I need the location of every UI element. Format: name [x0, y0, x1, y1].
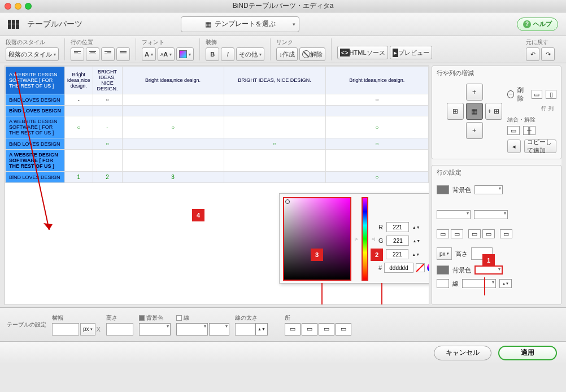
row-header[interactable]: BiND LOVES DESIGN	[6, 94, 65, 106]
pos-opt-button[interactable]: ▭	[302, 323, 317, 336]
table-cell[interactable]: 1	[65, 172, 93, 183]
choose-template-button[interactable]: ▦ テンプレートを選ぶ ▾	[181, 16, 299, 32]
table-cell[interactable]: ○	[325, 116, 428, 138]
delete-row-button[interactable]: ▭	[532, 90, 542, 99]
header-cell[interactable]: Bright ideas,nice design.	[65, 67, 93, 94]
table-cell[interactable]	[122, 94, 224, 106]
font-size-button[interactable]: AA	[158, 47, 175, 61]
table-cell[interactable]: ○	[93, 138, 122, 150]
b-input[interactable]	[386, 249, 408, 259]
border-picker-button[interactable]	[462, 279, 496, 288]
bold-button[interactable]: B	[206, 47, 219, 61]
add-col-left-button[interactable]: ⊞	[447, 103, 464, 120]
table-width-input[interactable]	[52, 323, 79, 336]
html-source-button[interactable]: <>HTMLソース	[337, 46, 388, 59]
border-none-button[interactable]: ▭	[500, 229, 512, 238]
stepper-icon[interactable]: ▲▼	[499, 279, 512, 288]
table-cell[interactable]: 2	[93, 172, 122, 183]
width-unit-select[interactable]: px▾	[80, 323, 95, 336]
g-input[interactable]	[386, 236, 409, 246]
table-cell[interactable]: ○	[325, 172, 428, 183]
table-cell[interactable]	[122, 138, 224, 150]
apply-button[interactable]: 適用	[498, 346, 557, 360]
row-header[interactable]: A WEBSITE DESIGN SOFTWARE [ FOR THE REST…	[6, 150, 65, 172]
copy-add-left-button[interactable]: ◂	[507, 140, 521, 153]
border-bottom-button[interactable]: ▭	[482, 229, 495, 238]
header-cell[interactable]: BRIGHT IDEAS, NICE DESIGN.	[93, 67, 122, 94]
border-top-button[interactable]: ▭	[468, 229, 481, 238]
row-header[interactable]: BiND LOVES DESIGN	[6, 138, 65, 150]
color-wheel-icon[interactable]	[427, 263, 429, 272]
table-border-color-button[interactable]	[176, 323, 208, 336]
border-outer-button[interactable]: ▭	[451, 229, 463, 238]
hue-slider[interactable]	[362, 197, 368, 281]
stepper-icon[interactable]: ▲▼	[255, 323, 268, 336]
table-cell[interactable]	[325, 106, 428, 116]
align-justify-button[interactable]	[116, 47, 130, 61]
minimize-icon[interactable]	[15, 3, 21, 10]
height-unit-select[interactable]: px▾	[437, 247, 452, 260]
font-family-button[interactable]: A	[142, 47, 156, 61]
table-cell[interactable]: -	[93, 116, 122, 138]
table-cell[interactable]	[65, 138, 93, 150]
stepper-icon[interactable]: ▲▼	[412, 225, 420, 229]
table-cell[interactable]	[325, 150, 428, 172]
hex-input[interactable]	[384, 263, 413, 273]
help-button[interactable]: ? ヘルプ	[517, 18, 558, 31]
table-cell[interactable]	[224, 106, 325, 116]
row-header[interactable]: BiND LOVES DESIGN	[6, 106, 65, 116]
header-cell[interactable]: Bright ideas,nice design.	[325, 67, 428, 94]
align-right-button[interactable]	[101, 47, 115, 61]
cancel-button[interactable]: キャンセル	[434, 346, 491, 360]
bgcolor2-picker-button[interactable]	[474, 265, 503, 275]
copy-add-button[interactable]: コピーして追加	[524, 140, 556, 153]
table-cell[interactable]: ○	[325, 138, 428, 150]
pos-opt-button[interactable]: ▭	[336, 323, 351, 336]
border-all-button[interactable]: ▭	[437, 229, 449, 238]
merge-button[interactable]: ▭	[507, 126, 520, 135]
saturation-value-area[interactable]	[283, 197, 351, 281]
table-height-input[interactable]	[106, 323, 133, 336]
table-cell[interactable]: ○	[65, 116, 93, 138]
table-bgcolor-button[interactable]	[139, 323, 171, 336]
italic-button[interactable]: I	[221, 47, 234, 61]
swatch-button[interactable]	[474, 210, 508, 219]
stepper-icon[interactable]: ▲▼	[412, 252, 420, 256]
other-decoration-button[interactable]: その他	[236, 47, 264, 61]
table-canvas[interactable]: A WEBSITE DESIGN SOFTWARE [ FOR THE REST…	[5, 66, 429, 305]
align-left-button[interactable]	[71, 47, 84, 61]
bgcolor-picker-button[interactable]	[474, 185, 503, 194]
no-color-icon[interactable]	[416, 263, 425, 272]
delete-col-button[interactable]: ▯	[546, 90, 556, 99]
header-cell[interactable]: BRIGHT IDEAS, NICE DESIGN.	[224, 67, 325, 94]
table-cell[interactable]	[65, 106, 93, 116]
table-cell[interactable]: ○	[93, 94, 122, 106]
preview-button[interactable]: ▸プレビュー	[390, 46, 432, 59]
close-icon[interactable]	[5, 3, 11, 10]
table-cell[interactable]: -	[65, 94, 93, 106]
link-release-button[interactable]: 解除	[299, 47, 325, 61]
split-button[interactable]: ╫	[523, 126, 535, 135]
table-cell[interactable]: 3	[122, 172, 224, 183]
table-cell[interactable]	[93, 150, 122, 172]
border-width-input[interactable]	[235, 323, 255, 336]
pos-opt-button[interactable]: ▭	[285, 323, 301, 336]
undo-button[interactable]: ↶	[526, 47, 539, 61]
paragraph-style-button[interactable]: 段落のスタイル	[6, 47, 59, 61]
table-cell[interactable]: ○	[325, 94, 428, 106]
color-picker[interactable]: ▹ ◃ R▲▼ G▲▼ B▲▼ #	[279, 193, 429, 284]
row-header[interactable]: BiND LOVES DESIGN	[6, 172, 65, 183]
table-cell[interactable]	[122, 150, 224, 172]
table-cell[interactable]	[224, 94, 325, 106]
row-header[interactable]: A WEBSITE DESIGN SOFTWARE [ FOR THE REST…	[6, 116, 65, 138]
r-input[interactable]	[386, 222, 409, 232]
header-cell[interactable]: Bright ideas,nice design.	[122, 67, 224, 94]
redo-button[interactable]: ↷	[541, 47, 555, 61]
table-cell[interactable]	[224, 116, 325, 138]
add-row-below-button[interactable]: +	[466, 122, 483, 139]
zoom-icon[interactable]	[25, 3, 32, 10]
add-row-above-button[interactable]: +	[466, 84, 483, 101]
table-border-style-button[interactable]	[209, 323, 229, 336]
table-cell[interactable]	[122, 106, 224, 116]
table-cell[interactable]	[93, 106, 122, 116]
